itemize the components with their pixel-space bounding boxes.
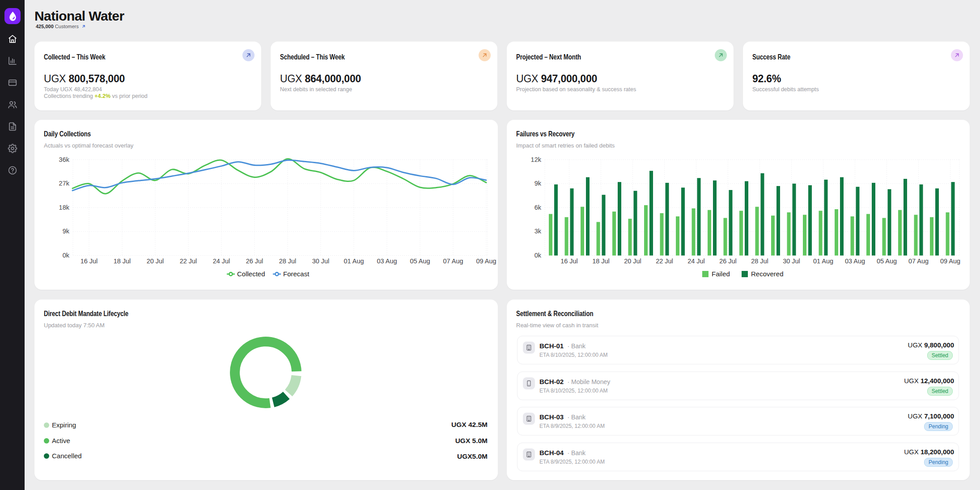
svg-text:22 Jul: 22 Jul	[180, 258, 197, 265]
svg-text:18 Jul: 18 Jul	[114, 258, 131, 265]
svg-text:16 Jul: 16 Jul	[81, 258, 98, 265]
svg-text:UGX5.0M: UGX5.0M	[457, 452, 488, 460]
svg-text:Forecast: Forecast	[283, 270, 310, 278]
svg-text:Failed: Failed	[712, 270, 730, 278]
svg-text:01 Aug: 01 Aug	[344, 258, 364, 265]
svg-text:16 Jul: 16 Jul	[560, 258, 578, 265]
svg-text:22 Jul: 22 Jul	[656, 258, 673, 265]
svg-text:09 Aug: 09 Aug	[940, 258, 960, 265]
svg-text:6k: 6k	[535, 204, 542, 211]
svg-text:0k: 0k	[535, 252, 542, 259]
svg-text:26 Jul: 26 Jul	[719, 258, 737, 265]
svg-text:18k: 18k	[59, 204, 70, 211]
svg-text:Cancelled: Cancelled	[52, 452, 82, 460]
svg-text:12k: 12k	[531, 156, 542, 163]
svg-text:UGX 42.5M: UGX 42.5M	[451, 421, 488, 428]
svg-text:0k: 0k	[63, 252, 70, 259]
svg-text:36k: 36k	[59, 156, 70, 163]
svg-text:20 Jul: 20 Jul	[624, 258, 641, 265]
svg-text:07 Aug: 07 Aug	[443, 258, 463, 265]
svg-text:03 Aug: 03 Aug	[845, 258, 865, 265]
svg-text:03 Aug: 03 Aug	[377, 258, 397, 265]
svg-text:UGX 5.0M: UGX 5.0M	[455, 437, 488, 444]
svg-text:28 Jul: 28 Jul	[751, 258, 768, 265]
svg-text:30 Jul: 30 Jul	[783, 258, 800, 265]
svg-text:9k: 9k	[63, 228, 70, 235]
svg-text:27k: 27k	[59, 180, 70, 187]
svg-text:9k: 9k	[535, 180, 542, 187]
svg-text:24 Jul: 24 Jul	[687, 258, 705, 265]
svg-text:01 Aug: 01 Aug	[813, 258, 833, 265]
svg-text:30 Jul: 30 Jul	[312, 258, 330, 265]
svg-text:28 Jul: 28 Jul	[279, 258, 297, 265]
svg-text:07 Aug: 07 Aug	[908, 258, 929, 265]
svg-text:20 Jul: 20 Jul	[147, 258, 164, 265]
svg-text:Collected: Collected	[237, 270, 265, 278]
svg-text:Recovered: Recovered	[751, 270, 784, 278]
svg-text:05 Aug: 05 Aug	[410, 258, 430, 265]
svg-text:Expiring: Expiring	[52, 421, 76, 429]
svg-text:18 Jul: 18 Jul	[592, 258, 610, 265]
svg-text:05 Aug: 05 Aug	[877, 258, 897, 265]
svg-text:09 Aug: 09 Aug	[476, 258, 496, 265]
svg-text:26 Jul: 26 Jul	[246, 258, 263, 265]
svg-text:24 Jul: 24 Jul	[213, 258, 230, 265]
svg-text:3k: 3k	[535, 228, 542, 235]
svg-text:Active: Active	[52, 437, 70, 444]
